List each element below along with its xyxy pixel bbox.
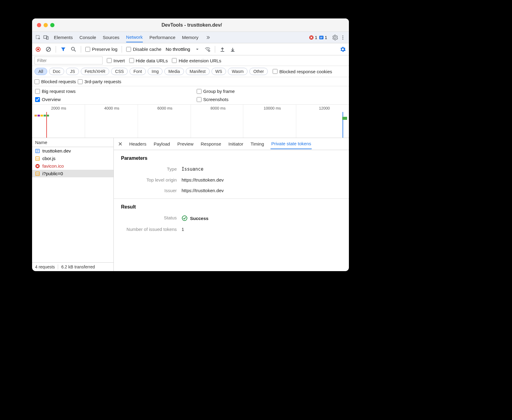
dtab-timing[interactable]: Timing — [250, 139, 264, 149]
name-column-header[interactable]: Name — [32, 138, 113, 147]
inspect-icon[interactable] — [35, 34, 41, 41]
tab-console[interactable]: Console — [80, 33, 96, 42]
view-options: Big request rows Overview Group by frame… — [32, 86, 349, 105]
pill-css[interactable]: CSS — [111, 68, 128, 75]
document-icon — [35, 149, 40, 153]
tab-memory[interactable]: Memory — [182, 33, 199, 42]
pill-font[interactable]: Font — [130, 68, 146, 75]
dtab-response[interactable]: Response — [200, 139, 222, 149]
tokens-label: Number of issued tokens — [121, 227, 182, 232]
parameters-heading: Parameters — [121, 156, 342, 161]
download-har-icon[interactable] — [230, 46, 236, 52]
pill-other[interactable]: Other — [249, 68, 268, 75]
tab-network[interactable]: Network — [126, 32, 143, 42]
preserve-log-checkbox[interactable]: Preserve log — [85, 47, 117, 52]
record-icon[interactable] — [35, 46, 41, 52]
pill-ws[interactable]: WS — [212, 68, 226, 75]
pill-js[interactable]: JS — [66, 68, 79, 75]
devtools-window: DevTools - trusttoken.dev/ Elements Cons… — [32, 18, 349, 271]
pill-fetch[interactable]: Fetch/XHR — [81, 68, 109, 75]
request-row-error[interactable]: favicon.ico — [32, 162, 113, 170]
origin-value: https://trusttoken.dev — [182, 177, 224, 182]
screenshots-checkbox[interactable]: Screenshots — [197, 97, 346, 102]
request-count: 4 requests — [35, 264, 55, 269]
pill-media[interactable]: Media — [164, 68, 184, 75]
svg-text:<>: <> — [36, 172, 40, 176]
traffic-lights — [37, 23, 54, 27]
tab-elements[interactable]: Elements — [54, 33, 73, 42]
filter-input[interactable] — [34, 57, 103, 64]
throttling-dropdown-icon[interactable] — [194, 46, 200, 52]
pill-manifest[interactable]: Manifest — [186, 68, 210, 75]
request-row[interactable]: trusttoken.dev — [32, 147, 113, 155]
issue-count[interactable]: 1 — [319, 35, 327, 40]
network-conditions-icon[interactable] — [205, 46, 211, 52]
error-count[interactable]: 1 — [309, 35, 317, 40]
svg-rect-5 — [320, 37, 323, 38]
overview-checkbox[interactable]: Overview — [35, 97, 185, 102]
third-party-checkbox[interactable]: 3rd-party requests — [78, 79, 121, 84]
main-split: Name trusttoken.dev <> cbor.js favicon.i… — [32, 138, 349, 271]
maximize-window-button[interactable] — [50, 23, 54, 27]
issuer-value: https://trusttoken.dev — [182, 188, 224, 193]
hide-extension-urls-checkbox[interactable]: Hide extension URLs — [172, 58, 221, 63]
filter-row: Invert Hide data URLs Hide extension URL… — [32, 55, 349, 66]
type-label: Type — [121, 166, 182, 172]
invert-checkbox[interactable]: Invert — [107, 58, 125, 63]
minimize-window-button[interactable] — [44, 23, 48, 27]
request-row-selected[interactable]: <> i?public=0 — [32, 170, 113, 177]
svg-line-13 — [47, 48, 50, 51]
pill-img[interactable]: Img — [148, 68, 162, 75]
blocked-cookies-checkbox[interactable]: Blocked response cookies — [273, 69, 332, 74]
blocked-requests-checkbox[interactable]: Blocked requests — [34, 79, 76, 84]
request-row[interactable]: <> cbor.js — [32, 155, 113, 162]
detail-pane: ✕ Headers Payload Preview Response Initi… — [114, 138, 349, 271]
script-icon: <> — [35, 171, 40, 176]
detail-body: Parameters TypeIssuance Top level origin… — [114, 150, 349, 271]
filter-icon[interactable] — [60, 46, 66, 52]
timeline-overview[interactable]: 2000 ms 4000 ms 6000 ms 8000 ms 10000 ms… — [32, 105, 349, 138]
big-rows-checkbox[interactable]: Big request rows — [35, 89, 185, 94]
hide-data-urls-checkbox[interactable]: Hide data URLs — [129, 58, 168, 63]
clear-icon[interactable] — [45, 46, 51, 52]
error-icon — [35, 164, 40, 169]
upload-har-icon[interactable] — [219, 46, 225, 52]
close-window-button[interactable] — [37, 23, 41, 27]
device-icon[interactable] — [43, 34, 49, 41]
window-title: DevTools - trusttoken.dev/ — [54, 22, 329, 28]
type-value: Issuance — [182, 166, 203, 172]
dtab-headers[interactable]: Headers — [129, 139, 147, 149]
disable-cache-checkbox[interactable]: Disable cache — [126, 47, 161, 52]
kebab-menu-icon[interactable] — [340, 34, 346, 41]
request-list: trusttoken.dev <> cbor.js favicon.ico <>… — [32, 147, 113, 262]
search-icon[interactable] — [71, 46, 77, 52]
dtab-preview[interactable]: Preview — [177, 139, 194, 149]
settings-icon[interactable] — [332, 34, 338, 41]
more-tabs-icon[interactable] — [205, 34, 211, 41]
close-detail-icon[interactable]: ✕ — [118, 141, 123, 147]
pill-all[interactable]: All — [34, 68, 47, 75]
svg-point-14 — [71, 47, 74, 50]
status-value: Success — [182, 215, 208, 221]
svg-rect-11 — [37, 48, 39, 50]
group-by-frame-checkbox[interactable]: Group by frame — [197, 89, 346, 94]
detail-tabs: ✕ Headers Payload Preview Response Initi… — [114, 138, 349, 150]
svg-point-16 — [208, 50, 210, 51]
svg-rect-4 — [319, 36, 323, 39]
timeline-late-bar — [342, 117, 347, 120]
svg-point-26 — [182, 216, 187, 221]
pill-doc[interactable]: Doc — [49, 68, 64, 75]
status-bar: 4 requests 6.2 kB transferred — [32, 262, 113, 271]
dtab-private-state-tokens[interactable]: Private state tokens — [271, 139, 312, 149]
svg-point-8 — [343, 37, 343, 38]
network-settings-icon[interactable] — [340, 46, 346, 52]
network-toolbar: Preserve log Disable cache No throttling — [32, 43, 349, 55]
dtab-initiator[interactable]: Initiator — [228, 139, 244, 149]
throttling-select[interactable]: No throttling — [166, 47, 190, 52]
pill-wasm[interactable]: Wasm — [228, 68, 248, 75]
tab-sources[interactable]: Sources — [103, 33, 120, 42]
tab-performance[interactable]: Performance — [149, 33, 176, 42]
dtab-payload[interactable]: Payload — [153, 139, 171, 149]
script-icon: <> — [35, 156, 40, 161]
issuer-label: Issuer — [121, 188, 182, 193]
